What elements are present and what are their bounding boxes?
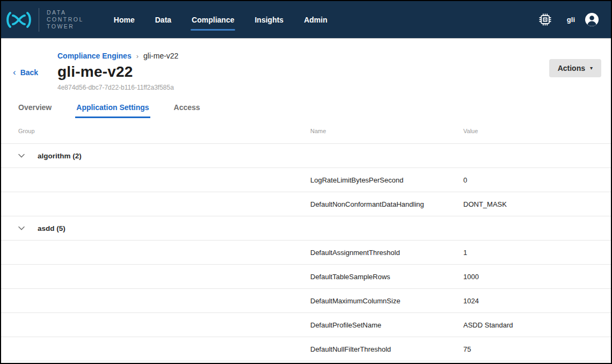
nav-insights[interactable]: Insights (254, 1, 283, 38)
brand-line: CONTROL (47, 16, 84, 23)
breadcrumb: Compliance Engines › gli-me-v22 (57, 52, 601, 60)
page-header: ‹ Back Compliance Engines › gli-me-v22 g… (1, 39, 611, 91)
engine-uuid: 4e874d56-dbc7-7d22-b116-11ff2a3f585a (57, 84, 601, 91)
nav-data[interactable]: Data (155, 1, 171, 38)
setting-name: DefaultNonConformantDataHandling (310, 200, 463, 208)
table-row: DefaultAssignmentThreshold 1 (1, 241, 611, 265)
setting-name: DefaultTableSampleRows (310, 273, 463, 281)
tab-bar: Overview Application Settings Access (1, 103, 611, 118)
breadcrumb-link-compliance-engines[interactable]: Compliance Engines (57, 52, 132, 60)
setting-name: DefaultAssignmentThreshold (310, 249, 463, 257)
delphix-logo-icon (5, 10, 32, 30)
tab-access[interactable]: Access (174, 103, 200, 118)
brand-name: DATA CONTROL TOWER (47, 9, 84, 30)
navbar-right: gli (538, 12, 599, 27)
group-cell: asdd (5) (1, 224, 310, 232)
setting-name: DefaultNullFilterThreshold (310, 345, 463, 353)
breadcrumb-current: gli-me-v22 (143, 52, 178, 60)
setting-name: DefaultProfileSetName (310, 321, 463, 329)
group-label: asdd (5) (38, 224, 65, 232)
chip-icon[interactable] (538, 13, 552, 26)
app-window: DATA CONTROL TOWER Home Data Compliance … (0, 0, 612, 364)
brand-line: DATA (47, 9, 84, 16)
username-label: gli (567, 16, 575, 24)
tab-overview[interactable]: Overview (18, 103, 52, 118)
setting-name: LogRateLimitBytesPerSecond (310, 176, 463, 184)
main-nav: Home Data Compliance Insights Admin (114, 1, 327, 38)
table-row: DefaultTableSampleRows 1000 (1, 265, 611, 289)
nav-home[interactable]: Home (114, 1, 135, 38)
setting-value: DONT_MASK (463, 200, 611, 208)
back-button[interactable]: ‹ Back (13, 68, 38, 77)
top-navbar: DATA CONTROL TOWER Home Data Compliance … (1, 1, 611, 39)
setting-value: 1000 (463, 273, 611, 281)
actions-label: Actions (558, 64, 585, 72)
chevron-left-icon: ‹ (13, 68, 16, 77)
tab-application-settings[interactable]: Application Settings (76, 103, 149, 118)
table-header-row: Group Name Value (1, 118, 611, 144)
brand-line: TOWER (47, 23, 84, 30)
column-header-group: Group (1, 128, 310, 134)
setting-value: 0 (463, 176, 611, 184)
setting-name: DefaultMaximumColumnSize (310, 297, 463, 305)
setting-value: 75 (463, 345, 611, 353)
group-label: algorithm (2) (38, 152, 82, 160)
breadcrumb-separator-icon: › (136, 52, 139, 60)
table-row: DefaultNullFilterThreshold 75 (1, 337, 611, 361)
group-cell: algorithm (2) (1, 152, 310, 160)
page-title: gli-me-v22 (57, 63, 601, 81)
brand-divider (39, 8, 39, 32)
table-row: DefaultProfileSetName ASDD Standard (1, 313, 611, 337)
brand: DATA CONTROL TOWER (5, 8, 84, 32)
nav-compliance[interactable]: Compliance (192, 1, 234, 38)
table-row: LogRateLimitBytesPerSecond 0 (1, 168, 611, 192)
table-row: DefaultMaximumColumnSize 1024 (1, 289, 611, 313)
application-settings-table: Group Name Value algorithm (2) LogRateLi… (1, 118, 611, 361)
actions-button[interactable]: Actions ▾ (549, 59, 601, 77)
column-header-value: Value (463, 128, 611, 134)
user-avatar-icon[interactable] (585, 12, 599, 27)
chevron-down-icon[interactable] (18, 226, 25, 230)
setting-value: 1024 (463, 297, 611, 305)
group-row-algorithm[interactable]: algorithm (2) (1, 144, 611, 168)
column-header-name: Name (310, 128, 463, 134)
chevron-down-icon[interactable] (18, 154, 25, 158)
table-row: DefaultNonConformantDataHandling DONT_MA… (1, 192, 611, 216)
back-label: Back (20, 68, 38, 77)
nav-admin[interactable]: Admin (304, 1, 327, 38)
group-row-asdd[interactable]: asdd (5) (1, 216, 611, 241)
setting-value: 1 (463, 249, 611, 257)
caret-down-icon: ▾ (590, 65, 593, 71)
setting-value: ASDD Standard (463, 321, 611, 329)
